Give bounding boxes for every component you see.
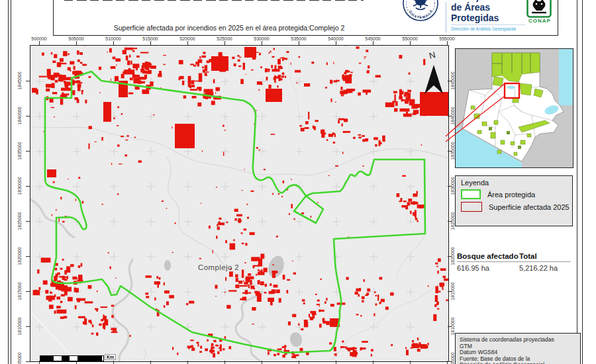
legend-title: Leyenda — [461, 179, 489, 187]
clipped-title-text — [64, 0, 364, 1]
x-axis-label: 555000 — [439, 36, 454, 41]
x-axis-label: 500000 — [31, 36, 46, 41]
protected-area-swatch — [461, 189, 481, 199]
conap-wordmark: CONAP — [526, 18, 553, 24]
legend-item-label: Área protegida — [487, 191, 535, 199]
scale-unit-label: Km — [105, 354, 116, 360]
info-line: Sistema de coordenadas proyectadas — [460, 337, 576, 343]
y-axis-label: 1840000 — [17, 107, 22, 124]
guatemala-seal-icon: GUATEMALA — [400, 0, 441, 24]
org-name-line2: de Áreas Protegidas — [451, 2, 525, 25]
x-axis-label: 515000 — [142, 36, 158, 41]
y-axis-label: 1825000 — [17, 212, 22, 230]
legend-item-protected: Área protegida — [461, 189, 535, 199]
stats-affected-value: 616.95 ha — [457, 264, 519, 272]
y-axis-label: 1830000 — [17, 177, 22, 195]
y-axis-label: 1815000 — [17, 282, 22, 300]
conap-jaguar-icon — [526, 0, 552, 18]
stats-table: Bosque afectado Total 616.95 ha 5,216.22… — [457, 252, 571, 272]
fire-patches — [32, 46, 448, 358]
x-axis-label: 510000 — [105, 36, 121, 41]
legend-panel: Leyenda Área protegida Superficie afecta… — [455, 175, 573, 226]
org-name-block: Consejo Nacional de Áreas Protegidas Dir… — [451, 0, 525, 31]
y-axis-label: 1805000 — [450, 352, 455, 364]
north-arrow-icon — [424, 65, 443, 94]
x-axis-label: 545000 — [365, 36, 380, 41]
x-axis-label: 505000 — [68, 36, 83, 41]
y-axis-label: 1835000 — [17, 142, 22, 159]
x-axis-label: 540000 — [328, 36, 343, 41]
y-axis-label: 1820000 — [17, 247, 22, 265]
x-axis-label: 535000 — [291, 36, 306, 41]
org-subunit-label: Dirección de Análisis Geoespacial — [451, 25, 525, 31]
main-map: Complejo 2 — [30, 45, 449, 362]
x-axis-label: 525000 — [217, 36, 232, 41]
inset-locator-map — [455, 48, 573, 168]
map-canvas — [30, 46, 448, 361]
y-axis-label: 1805000 — [17, 352, 22, 364]
title-box: Superficie afectada por incendios en 202… — [53, 0, 558, 36]
guatemala-inset-canvas — [456, 49, 573, 167]
area-name-label: Complejo 2 — [198, 263, 239, 271]
scale-bar — [40, 355, 104, 361]
conap-logo: CONAP — [526, 0, 553, 24]
map-subtitle: Superficie afectada por incendios en 202… — [80, 24, 378, 32]
y-axis-label: 1845000 — [17, 71, 22, 89]
y-axis-label: 1810000 — [17, 317, 22, 335]
stats-col2-header: Total — [519, 252, 537, 260]
protected-area-boundary — [45, 71, 425, 353]
stats-total-value: 5,216.22 ha — [519, 264, 558, 272]
x-axis-label: 550000 — [402, 36, 417, 41]
river-lines — [30, 46, 448, 361]
fire-area-swatch — [461, 202, 482, 212]
legend-item-fire: Superficie afectada 2025 — [461, 202, 570, 212]
logo-divider — [446, 2, 446, 32]
lake-peten-itza — [507, 86, 515, 89]
x-axis-label: 530000 — [254, 36, 269, 41]
stats-divider — [457, 261, 571, 262]
stats-col1-header: Bosque afectado — [457, 252, 519, 260]
coordinate-info-panel: Sistema de coordenadas proyectadas GTM D… — [455, 333, 581, 364]
legend-item-label: Superficie afectada 2025 — [489, 203, 570, 211]
x-axis-label: 520000 — [179, 36, 195, 41]
